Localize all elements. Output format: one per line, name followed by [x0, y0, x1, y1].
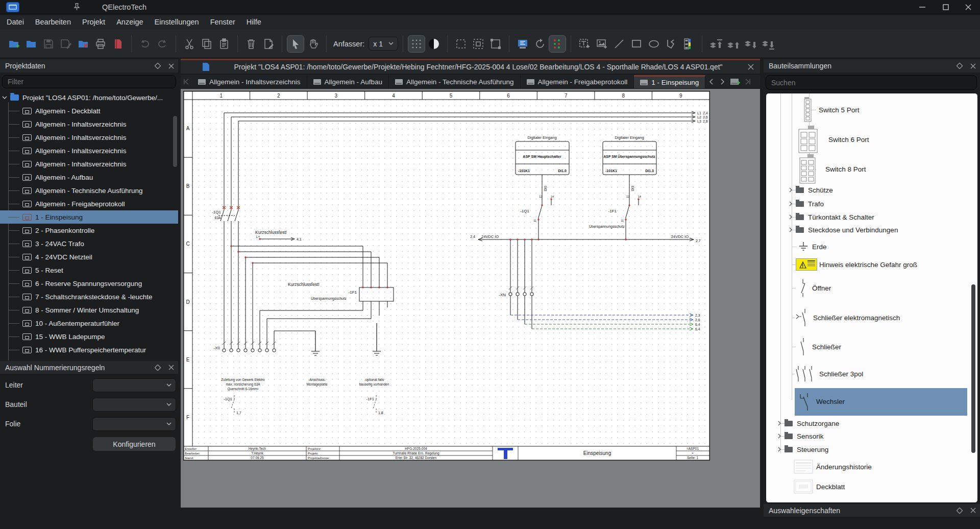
part-folder[interactable]: Schütze — [789, 183, 833, 197]
theme-toggle-icon[interactable] — [425, 35, 443, 53]
bauteil-combo[interactable] — [92, 398, 176, 412]
tab-inhaltsverzeichnis[interactable]: Allgemein - Inhaltsverzeichnis — [192, 75, 307, 88]
send-to-back-icon[interactable] — [759, 35, 776, 53]
tree-root[interactable]: Projekt "LOS4 ASP01: /home/toto/Gewerbe/… — [0, 91, 178, 104]
selection-mode-intersect-icon[interactable] — [487, 35, 504, 53]
tree-item[interactable]: Allgemein - Inhaltsverzeichnis — [0, 157, 178, 171]
tab-scroll-last-icon[interactable] — [742, 75, 753, 88]
maximize-button[interactable] — [937, 1, 954, 13]
pin-icon[interactable] — [74, 3, 80, 11]
tree-item[interactable]: 15 - WWB Ladepumpe — [0, 330, 178, 343]
tree-item-selected[interactable]: 1 - Einspeisung — [0, 210, 178, 224]
part-folder[interactable]: Schutzorgane — [777, 417, 839, 430]
tree-item[interactable]: 7 - Schaltschranksteckdose & -leuchte — [0, 290, 178, 303]
part-item[interactable]: Switch 8 Port — [825, 153, 866, 185]
add-line-icon[interactable] — [610, 35, 628, 53]
folie-combo[interactable] — [92, 417, 176, 431]
tree-item[interactable]: 2 - Phasenkontrolle — [0, 224, 178, 237]
selection-mode-free-icon[interactable] — [452, 35, 470, 53]
expand-arrow-icon[interactable] — [777, 446, 781, 452]
part-item[interactable]: Switch 5 Port — [819, 93, 860, 126]
expand-arrow-icon[interactable] — [789, 187, 793, 193]
menu-einstellungen[interactable]: Einstellungen — [149, 15, 205, 30]
bring-to-front-icon[interactable] — [707, 35, 724, 53]
project-tree-scrollbar[interactable] — [173, 116, 177, 167]
conductor-tool-icon[interactable] — [549, 35, 566, 53]
menu-anzeige[interactable]: Anzeige — [111, 15, 149, 30]
mdi-titlebar[interactable]: Projekt "LOS4 ASP01: /home/toto/Gewerbe/… — [181, 59, 760, 74]
tree-item[interactable]: 6 - Reserve Spannungsversorgung — [0, 277, 178, 290]
part-item[interactable]: Schließer 3pol — [819, 367, 863, 380]
add-ellipse-icon[interactable] — [645, 35, 663, 53]
leiter-combo[interactable] — [92, 378, 176, 392]
add-text-icon[interactable] — [576, 35, 593, 53]
part-folder[interactable]: Steuerung — [777, 443, 828, 456]
selection-mode-contain-icon[interactable] — [470, 35, 487, 53]
add-polygon-icon[interactable] — [663, 35, 680, 53]
tree-item[interactable]: Allgemein - Deckblatt — [0, 104, 178, 117]
tree-item[interactable]: Allgemein - Aufbau — [0, 171, 178, 184]
tree-item[interactable]: 16 - WWB Pufferspeichertemperatur — [0, 343, 178, 356]
tree-item[interactable]: Allgemein - Technische Ausführung — [0, 184, 178, 197]
part-item[interactable]: Switch 6 Port — [828, 123, 869, 156]
undo-icon[interactable] — [136, 35, 154, 53]
parts-search-input[interactable] — [766, 75, 977, 90]
open-project-icon[interactable] — [22, 35, 40, 53]
new-project-icon[interactable] — [5, 35, 22, 53]
tree-item[interactable]: Allgemein - Inhaltsverzeichnis — [0, 117, 178, 131]
tree-item[interactable]: 4 - 24VDC Netzteil — [0, 250, 178, 263]
lower-icon[interactable] — [742, 35, 759, 53]
redo-icon[interactable] — [154, 35, 171, 53]
close-panel-icon[interactable] — [969, 507, 977, 515]
float-panel-icon[interactable] — [154, 364, 162, 372]
part-folder[interactable]: Türkontakt & Schalter — [789, 210, 874, 224]
part-item[interactable]: Erde — [812, 240, 827, 253]
save-as-icon[interactable] — [57, 35, 75, 53]
anfasser-combo[interactable]: x 1 — [369, 37, 398, 51]
tree-item[interactable]: 8 - Sommer / Winter Umschaltung — [0, 303, 178, 317]
add-image-icon[interactable] — [593, 35, 610, 53]
tree-item[interactable]: 10 - Außentemperaturfühler — [0, 317, 178, 330]
tab-prev-icon[interactable] — [705, 75, 717, 88]
part-item-selected[interactable]: Wechsler — [816, 395, 845, 408]
tree-item[interactable]: Allgemein - Inhaltsverzeichnis — [0, 144, 178, 157]
paste-special-icon[interactable] — [260, 35, 277, 53]
mdi-close-icon[interactable] — [747, 63, 755, 71]
export-icon[interactable] — [109, 35, 127, 53]
rotate-tool-icon[interactable] — [531, 35, 549, 53]
menu-datei[interactable]: Datei — [1, 15, 30, 30]
konfigurieren-button[interactable]: Konfigurieren — [92, 437, 176, 451]
close-panel-icon[interactable] — [167, 62, 175, 70]
schematic-canvas[interactable]: 1 2 3 4 5 6 7 8 9 A B C D E F — [181, 89, 760, 508]
terminal-tool-icon[interactable] — [514, 35, 531, 53]
menu-fenster[interactable]: Fenster — [205, 15, 241, 30]
close-button[interactable] — [960, 1, 977, 13]
expand-arrow-icon[interactable] — [789, 201, 793, 207]
tree-item[interactable]: 3 - 24VAC Trafo — [0, 237, 178, 250]
part-item[interactable]: Änderungshistorie — [816, 460, 872, 474]
project-filter-input[interactable] — [2, 75, 176, 88]
paste-icon[interactable] — [215, 35, 233, 53]
schematic-page[interactable]: 1 2 3 4 5 6 7 8 9 A B C D E F — [183, 91, 710, 461]
copy-icon[interactable] — [198, 35, 215, 53]
part-item[interactable]: Schließer elektromagnetisch — [813, 311, 900, 324]
parts-scrollbar[interactable] — [971, 284, 975, 453]
select-tool-icon[interactable] — [287, 35, 304, 53]
tab-freigabeprotokoll[interactable]: Allgemein - Freigabeprotokoll — [521, 75, 634, 88]
part-folder[interactable]: Trafo — [789, 197, 824, 210]
close-panel-icon[interactable] — [969, 62, 977, 70]
tab-technische-ausfuehrung[interactable]: Allgemein - Technische Ausführung — [389, 75, 521, 88]
menu-projekt[interactable]: Projekt — [77, 15, 111, 30]
expand-arrow-icon[interactable] — [789, 214, 793, 220]
add-terminal-strip-icon[interactable] — [680, 35, 697, 53]
delete-icon[interactable] — [242, 35, 260, 53]
part-folder[interactable]: Sensorik — [777, 429, 824, 443]
menu-hilfe[interactable]: Hilfe — [241, 15, 267, 30]
tab-scroll-first-icon[interactable] — [181, 75, 192, 88]
minimize-button[interactable] — [914, 1, 931, 13]
part-item[interactable]: Schließer — [812, 340, 841, 353]
part-item[interactable]: Hinweis elektrische Gefahr groß — [819, 258, 917, 271]
tree-item[interactable]: Allgemein - Inhaltsverzeichnis — [0, 131, 178, 144]
tab-einspeisung-active[interactable]: 1 - Einspeisung — [634, 75, 705, 88]
tab-next-icon[interactable] — [717, 75, 728, 88]
